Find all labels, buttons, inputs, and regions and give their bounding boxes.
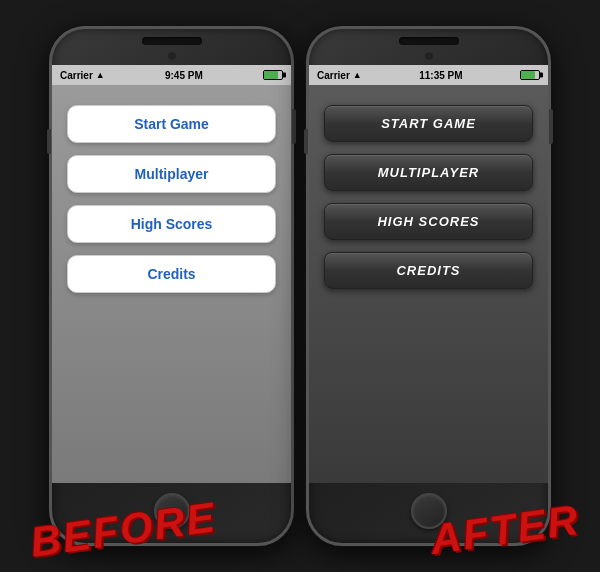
- before-multiplayer-button[interactable]: Multiplayer: [67, 155, 276, 193]
- battery-fill-before: [264, 71, 278, 79]
- carrier-before: Carrier: [60, 70, 93, 81]
- main-container: Carrier ▲ 9:45 PM Start Game Multiplayer…: [0, 0, 600, 572]
- battery-after: [520, 70, 540, 80]
- status-bar-after: Carrier ▲ 11:35 PM: [309, 65, 548, 85]
- phone-after: Carrier ▲ 11:35 PM START GAME MULTIPLAYE…: [306, 26, 551, 546]
- after-multiplayer-button[interactable]: MULTIPLAYER: [324, 154, 533, 191]
- screen-before: Start Game Multiplayer High Scores Credi…: [52, 85, 291, 483]
- after-credits-button[interactable]: CREDITS: [324, 252, 533, 289]
- after-start-game-button[interactable]: START GAME: [324, 105, 533, 142]
- phone-before: Carrier ▲ 9:45 PM Start Game Multiplayer…: [49, 26, 294, 546]
- status-right-before: [263, 70, 283, 80]
- phone-top-after: [309, 29, 548, 65]
- after-high-scores-button[interactable]: HIGH SCORES: [324, 203, 533, 240]
- time-after: 11:35 PM: [419, 70, 462, 81]
- phone-top-before: [52, 29, 291, 65]
- status-left-before: Carrier ▲: [60, 70, 105, 81]
- battery-before: [263, 70, 283, 80]
- speaker-before: [142, 37, 202, 45]
- wifi-icon-after: ▲: [353, 70, 362, 80]
- carrier-after: Carrier: [317, 70, 350, 81]
- speaker-after: [399, 37, 459, 45]
- before-high-scores-button[interactable]: High Scores: [67, 205, 276, 243]
- side-button-left-after: [304, 129, 308, 154]
- battery-fill-after: [521, 71, 535, 79]
- status-bar-before: Carrier ▲ 9:45 PM: [52, 65, 291, 85]
- side-button-left: [47, 129, 51, 154]
- side-button-right-after: [549, 109, 553, 144]
- before-credits-button[interactable]: Credits: [67, 255, 276, 293]
- phones-wrapper: Carrier ▲ 9:45 PM Start Game Multiplayer…: [49, 26, 551, 546]
- screen-after: START GAME MULTIPLAYER HIGH SCORES CREDI…: [309, 85, 548, 483]
- side-button-right: [292, 109, 296, 144]
- time-before: 9:45 PM: [165, 70, 203, 81]
- wifi-icon-before: ▲: [96, 70, 105, 80]
- camera-before: [167, 51, 177, 61]
- before-start-game-button[interactable]: Start Game: [67, 105, 276, 143]
- camera-after: [424, 51, 434, 61]
- status-right-after: [520, 70, 540, 80]
- status-left-after: Carrier ▲: [317, 70, 362, 81]
